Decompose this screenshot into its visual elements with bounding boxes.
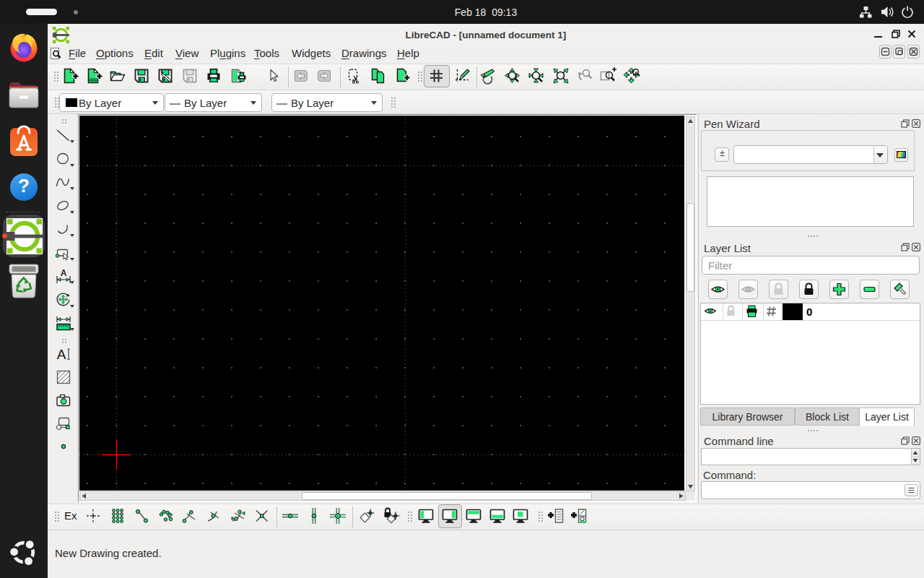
svg-text:A: A <box>61 268 67 278</box>
svg-text:?: ? <box>18 175 30 197</box>
svg-text:A: A <box>57 347 66 362</box>
